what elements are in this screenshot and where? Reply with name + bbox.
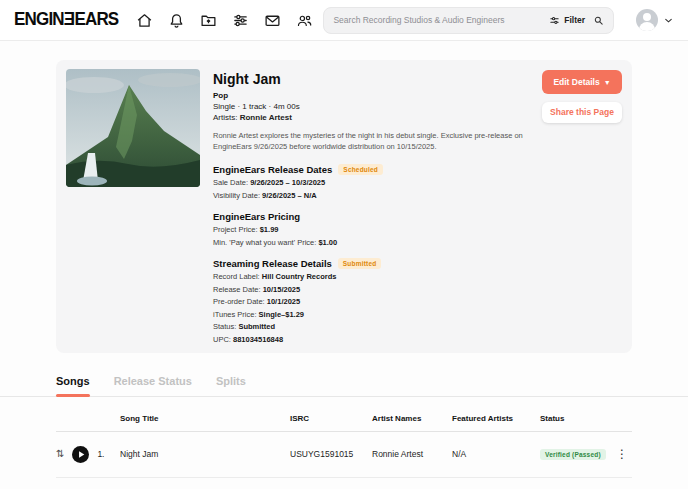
song-title-cell: Night Jam [120,449,290,459]
pricing-title: EngineEars Pricing [213,211,300,222]
status-row: Status: Submitted [213,322,529,331]
tab-release-status[interactable]: Release Status [114,375,192,396]
tab-songs[interactable]: Songs [56,375,90,396]
section-release-dates: EngineEars Release Dates Scheduled Sale … [213,164,529,200]
play-button[interactable] [72,446,89,463]
edit-details-button[interactable]: Edit Details ▼ [542,70,622,94]
release-description: Ronnie Artest explores the mysteries of … [213,130,529,153]
account-menu[interactable] [636,9,674,31]
filter-sliders-icon [549,15,560,26]
page: ENGINƎEARS Fil [0,0,688,489]
col-isrc: ISRC [290,414,372,423]
search-input[interactable] [333,15,541,25]
col-featured-artists: Featured Artists [452,414,540,423]
release-genre: Pop [213,91,529,100]
search-icon[interactable] [593,15,604,26]
top-nav: ENGINƎEARS Fil [0,0,688,41]
chevron-down-icon[interactable] [663,15,674,26]
release-info: Night Jam Pop Single · 1 track · 4m 00s … [213,69,529,344]
isrc-cell: USUYG1591015 [290,449,372,459]
search-bar: Filter [323,7,614,34]
preorder-date-row: Pre-order Date: 10/1/2025 [213,297,529,306]
projects-folder-icon[interactable] [200,12,217,29]
release-meta: Single · 1 track · 4m 00s [213,102,529,111]
upc-row: UPC: 881034516848 [213,335,529,344]
release-summary-card: Night Jam Pop Single · 1 track · 4m 00s … [56,60,632,353]
tab-bar: Songs Release Status Splits [0,375,688,397]
col-artist-names: Artist Names [372,414,452,423]
notifications-icon[interactable] [168,12,185,29]
table-row: ⇅ 1. Night Jam USUYG1591015 Ronnie Artes… [56,432,632,478]
min-price-row: Min. 'Pay what you want' Price: $1.00 [213,238,529,247]
record-label-row: Record Label: Hill Country Records [213,272,529,281]
home-icon[interactable] [136,12,153,29]
caret-down-icon: ▼ [604,79,611,86]
scheduled-badge: Scheduled [338,164,383,175]
release-dates-title: EngineEars Release Dates [213,164,332,175]
drag-handle-icon[interactable]: ⇅ [56,449,64,459]
nav-icons [136,12,313,29]
release-date-row: Release Date: 10/15/2025 [213,285,529,294]
release-title: Night Jam [213,71,529,87]
mixer-icon[interactable] [232,12,249,29]
avatar[interactable] [636,9,658,31]
engineears-logo[interactable]: ENGINƎEARS [14,10,118,31]
sale-date-row: Sale Date: 9/26/2025 – 10/3/2025 [213,178,529,187]
col-status: Status [540,414,612,423]
tab-splits[interactable]: Splits [216,375,246,396]
visibility-date-row: Visibility Date: 9/26/2025 – N/A [213,191,529,200]
itunes-price-row: iTunes Price: Single–$1.29 [213,310,529,319]
release-artists: Artists: Ronnie Artest [213,113,529,122]
release-actions: Edit Details ▼ Share this Page [542,69,622,344]
submitted-badge: Submitted [338,258,382,269]
community-icon[interactable] [296,12,313,29]
track-number: 1. [97,449,104,459]
col-song-title: Song Title [120,414,290,423]
play-icon [78,451,85,458]
album-artwork [66,69,200,187]
mountain-waterfall-image [66,69,200,187]
streaming-title: Streaming Release Details [213,258,332,269]
songs-table-header: Song Title ISRC Artist Names Featured Ar… [56,397,632,432]
row-menu-kebab-icon[interactable]: ⋮ [616,448,628,460]
messages-icon[interactable] [264,12,281,29]
featured-artists-cell: N/A [452,449,540,459]
filter-button[interactable]: Filter [549,15,585,26]
artist-names-cell: Ronnie Artest [372,449,452,459]
filter-label: Filter [564,15,585,25]
status-badge: Verified (Passed) [540,449,606,460]
artists-label: Artists: [213,113,237,122]
share-page-button[interactable]: Share this Page [542,102,622,123]
artists-value: Ronnie Artest [240,113,292,122]
section-streaming: Streaming Release Details Submitted Reco… [213,258,529,344]
songs-table: Song Title ISRC Artist Names Featured Ar… [56,397,632,478]
project-price-row: Project Price: $1.99 [213,225,529,234]
section-pricing: EngineEars Pricing Project Price: $1.99 … [213,211,529,247]
